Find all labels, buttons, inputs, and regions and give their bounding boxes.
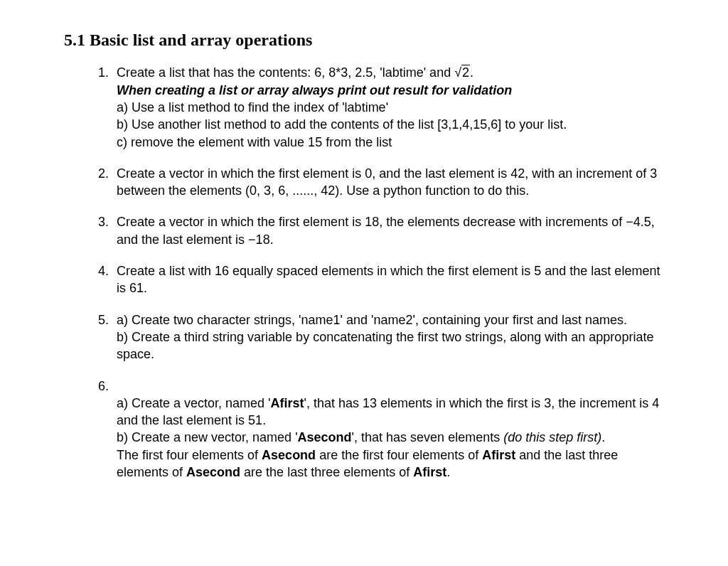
text: Create a list that has the contents: 6, … (117, 65, 454, 80)
var-afirst: Afirst (482, 448, 515, 462)
text: . (470, 65, 473, 80)
var-asecond: Asecond (262, 448, 316, 462)
step-note: (do this step first) (503, 430, 601, 444)
text: Create a vector in which the first eleme… (117, 166, 657, 198)
var-asecond: Asecond (298, 430, 352, 444)
sqrt-expression: √2 (454, 65, 470, 80)
subitem-a: a) Create two character strings, 'name1'… (117, 313, 627, 327)
text: Create a vector in which the first eleme… (117, 215, 655, 246)
text: Create a list with 16 equally spaced ele… (117, 264, 660, 295)
var-asecond: Asecond (186, 465, 240, 479)
subitem-b: b) Create a third string variable by con… (117, 330, 653, 361)
list-item: Create a list with 16 equally spaced ele… (112, 262, 664, 297)
var-afirst: Afirst (413, 465, 446, 479)
subitem-a: a) Create a vector, named 'Afirst', that… (117, 396, 659, 427)
text: are the first four elements of (316, 448, 482, 462)
section-heading: 5.1 Basic list and array operations (64, 28, 664, 51)
emphasis-note: When creating a list or array always pri… (117, 83, 512, 97)
list-item: a) Create two character strings, 'name1'… (112, 311, 664, 363)
text: The first four elements of (117, 448, 262, 462)
subitem-c: c) remove the element with value 15 from… (117, 135, 392, 149)
text: a) Create a vector, named ' (117, 396, 271, 410)
text: . (601, 430, 605, 444)
text: are the last three elements of (240, 465, 413, 479)
text: ', that has seven elements (352, 430, 504, 444)
list-item: Create a list that has the contents: 6, … (112, 64, 664, 150)
list-item: Create a vector in which the first eleme… (112, 213, 664, 248)
subitem-b: b) Create a new vector, named 'Asecond',… (117, 430, 605, 444)
list-item: a) Create a vector, named 'Afirst', that… (112, 378, 664, 481)
exercise-list: Create a list that has the contents: 6, … (64, 64, 664, 481)
text: . (446, 465, 450, 479)
var-afirst: Afirst (271, 396, 304, 410)
text: b) Create a new vector, named ' (117, 430, 298, 444)
list-item: Create a vector in which the first eleme… (112, 165, 664, 200)
subitem-a: a) Use a list method to find the index o… (117, 100, 388, 114)
subitem-b: b) Use another list method to add the co… (117, 117, 567, 132)
subitem-c: The first four elements of Asecond are t… (117, 448, 618, 479)
radicand: 2 (461, 65, 470, 80)
